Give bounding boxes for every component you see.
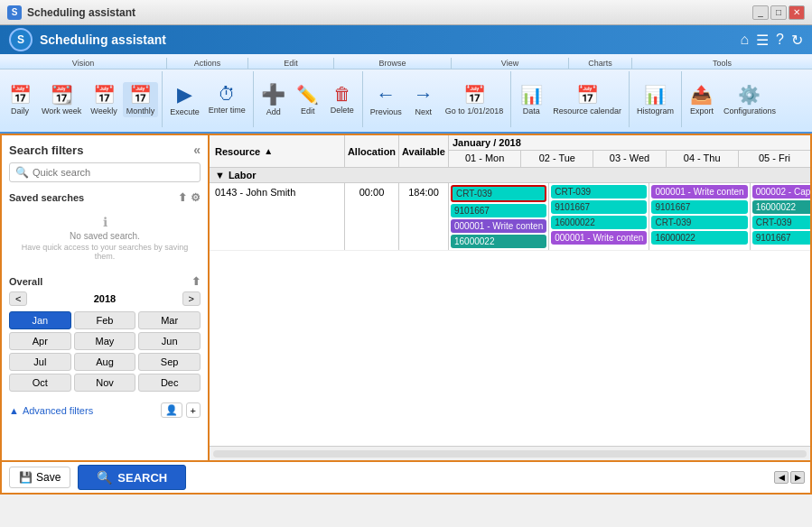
labor-expand-icon[interactable]: ▼ xyxy=(215,170,225,180)
task-chip[interactable]: 9101667 xyxy=(451,204,546,217)
next-button[interactable]: → Next xyxy=(407,81,440,118)
month-jun-button[interactable]: Jun xyxy=(138,332,201,350)
export-label: Export xyxy=(690,106,714,116)
available-column-header: Available xyxy=(399,135,449,167)
minimize-button[interactable]: _ xyxy=(752,5,769,20)
next-year-button[interactable]: > xyxy=(182,291,201,306)
resource-column-header: Resource ▲ xyxy=(210,135,345,167)
quick-search-container: 🔍 xyxy=(9,162,201,182)
collapse-button[interactable]: « xyxy=(193,143,201,157)
advanced-filter-person-button[interactable]: 👤 xyxy=(161,402,182,418)
nav-home-icon[interactable]: ⌂ xyxy=(740,32,749,49)
task-chip[interactable]: 000002 - Capture ima xyxy=(752,185,810,199)
prev-year-button[interactable]: < xyxy=(9,291,27,306)
saved-searches-empty: ℹ No saved search. Have quick access to … xyxy=(9,208,201,268)
advanced-filters-label[interactable]: Advanced filters xyxy=(23,405,93,416)
previous-button[interactable]: ← Previous xyxy=(367,81,406,118)
export-button[interactable]: 📤 Export xyxy=(686,82,718,117)
daily-button[interactable]: 📅 Daily xyxy=(4,82,36,117)
title-bar-text: Scheduling assistant xyxy=(27,6,752,19)
execute-button[interactable]: ▶ Execute xyxy=(166,81,203,118)
daily-icon: 📅 xyxy=(9,84,32,106)
allocation-column-header: Allocation xyxy=(345,135,399,167)
weekly-button[interactable]: 📅 Weekly xyxy=(87,82,120,117)
task-chip[interactable]: 9101667 xyxy=(551,200,647,214)
task-chip[interactable]: CRT-039 xyxy=(651,216,747,229)
save-label: Save xyxy=(36,471,61,484)
configurations-button[interactable]: ⚙️ Configurations xyxy=(720,82,779,117)
task-chip[interactable]: 16000022 xyxy=(551,216,647,229)
month-jul-button[interactable]: Jul xyxy=(9,353,71,371)
task-chip[interactable]: 16000022 xyxy=(451,235,546,248)
search-btn-icon: 🔍 xyxy=(97,470,112,485)
ribbon-group-tools-header: Tools xyxy=(632,58,812,69)
month-apr-button[interactable]: Apr xyxy=(9,332,71,350)
add-icon: ➕ xyxy=(261,83,285,106)
data-button[interactable]: 📊 Data xyxy=(515,82,547,117)
task-chip[interactable]: 16000022 xyxy=(651,231,747,245)
month-grid: Jan Feb Mar Apr May Jun Jul Aug Sep Oct … xyxy=(9,311,201,392)
search-input[interactable] xyxy=(33,167,194,178)
month-may-button[interactable]: May xyxy=(74,332,136,350)
month-nov-button[interactable]: Nov xyxy=(74,374,136,392)
overall-download-icon[interactable]: ⬆ xyxy=(191,275,201,288)
task-chip[interactable]: 9101667 xyxy=(752,231,810,245)
close-button[interactable]: ✕ xyxy=(789,5,805,20)
task-chip[interactable]: CRT-039 xyxy=(752,216,810,229)
day-col-4: 05 - Fri xyxy=(739,151,810,167)
edit-button[interactable]: ✏️ Edit xyxy=(292,82,324,117)
maximize-button[interactable]: □ xyxy=(770,5,787,20)
delete-button[interactable]: 🗑 Delete xyxy=(326,82,359,116)
search-button[interactable]: 🔍 SEARCH xyxy=(78,465,186,490)
task-chip[interactable]: 000001 - Write conten xyxy=(651,185,747,199)
month-jan-button[interactable]: Jan xyxy=(9,311,71,329)
execute-label: Execute xyxy=(170,107,200,116)
day-3-tasks: 000002 - Capture ima 16000022 CRT-039 91… xyxy=(751,183,810,250)
save-disk-icon: 💾 xyxy=(19,471,33,484)
nav-refresh-icon[interactable]: ↻ xyxy=(791,32,803,49)
task-chip[interactable]: CRT-039 xyxy=(451,185,546,202)
task-chip[interactable]: 9101667 xyxy=(651,200,747,214)
overall-label: Overall xyxy=(9,276,42,287)
day-col-1: 02 - Tue xyxy=(521,151,593,167)
month-dec-button[interactable]: Dec xyxy=(138,374,201,392)
enter-time-button[interactable]: ⏱ Enter time xyxy=(205,82,249,116)
month-oct-button[interactable]: Oct xyxy=(9,374,71,392)
previous-icon: ← xyxy=(376,83,396,106)
saved-searches-settings-icon[interactable]: ⚙ xyxy=(191,191,201,204)
month-sep-button[interactable]: Sep xyxy=(138,353,201,371)
ribbon-group-edit-header: Edit xyxy=(248,58,334,69)
add-button[interactable]: ➕ Add xyxy=(257,81,290,118)
resource-calendar-button[interactable]: 📅 Resource calendar xyxy=(549,82,625,117)
histogram-button[interactable]: 📊 Histogram xyxy=(633,82,677,117)
save-button[interactable]: 💾 Save xyxy=(9,467,70,488)
advanced-filter-add-button[interactable]: + xyxy=(186,402,201,418)
weekly-icon: 📅 xyxy=(93,84,116,106)
month-feb-button[interactable]: Feb xyxy=(74,311,136,329)
histogram-label: Histogram xyxy=(637,106,674,116)
data-icon: 📊 xyxy=(520,84,543,106)
day-col-2: 03 - Wed xyxy=(593,151,666,167)
nav-list-icon[interactable]: ☰ xyxy=(756,32,769,49)
configurations-label: Configurations xyxy=(723,106,776,116)
task-chip[interactable]: CRT-039 xyxy=(551,185,647,199)
weekly-label: Weekly xyxy=(90,106,117,116)
edit-label: Edit xyxy=(301,106,315,116)
task-chip[interactable]: 16000022 xyxy=(752,200,810,214)
nav-help-icon[interactable]: ? xyxy=(776,32,784,49)
search-filters-header: Search filters « xyxy=(9,143,201,157)
task-chip[interactable]: 000001 - Write conten xyxy=(551,231,647,245)
add-label: Add xyxy=(266,107,281,116)
ribbon-group-charts-header: Charts xyxy=(569,58,632,69)
previous-label: Previous xyxy=(370,107,402,116)
work-week-button[interactable]: 📆 Work week xyxy=(38,82,85,117)
task-chip[interactable]: 000001 - Write conten xyxy=(451,219,546,233)
month-aug-button[interactable]: Aug xyxy=(74,353,136,371)
horizontal-scrollbar[interactable] xyxy=(213,450,807,458)
saved-searches-sort-icon[interactable]: ⬆ xyxy=(178,191,187,204)
day-1-tasks: CRT-039 9101667 16000022 000001 - Write … xyxy=(549,183,649,250)
month-mar-button[interactable]: Mar xyxy=(138,311,201,329)
go-to-button[interactable]: 📅 Go to 1/01/2018 xyxy=(442,82,508,117)
monthly-button[interactable]: 📅 Monthly xyxy=(123,82,159,117)
no-saved-search-label: No saved search. xyxy=(70,231,140,241)
